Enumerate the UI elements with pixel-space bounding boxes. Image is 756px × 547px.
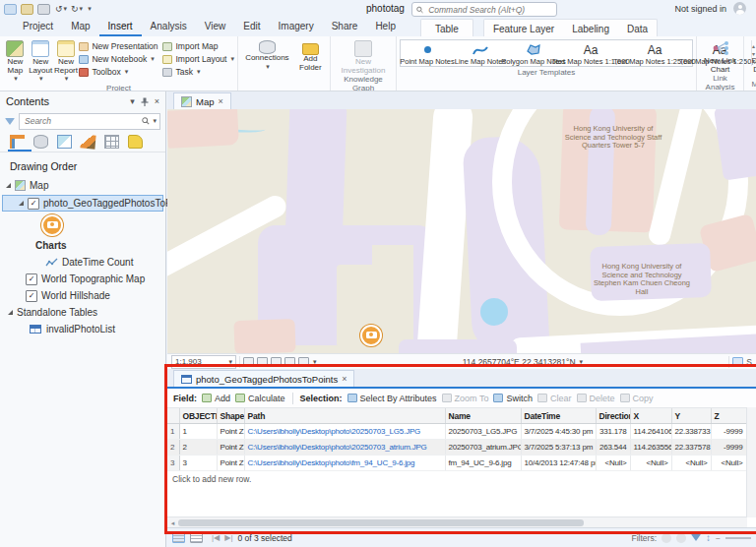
line-map-notes-button[interactable]: Line Map Notes bbox=[454, 40, 507, 66]
open-project-icon[interactable] bbox=[21, 4, 33, 15]
tab-feature-layer[interactable]: Feature Layer bbox=[484, 22, 563, 34]
toc-item-world-topographic-map[interactable]: ✓ World Topographic Map bbox=[0, 271, 165, 287]
col-name[interactable]: Name bbox=[445, 408, 521, 424]
list-by-selection-icon[interactable] bbox=[57, 135, 72, 149]
map-view-tab[interactable]: Map × bbox=[173, 92, 231, 109]
photo-path-link[interactable]: C:\Users\lbholly\Desktop\photo\20250703_… bbox=[244, 424, 445, 440]
toc-item-map[interactable]: Map bbox=[0, 177, 165, 194]
tab-analysis[interactable]: Analysis bbox=[142, 17, 196, 36]
search-options-chevron-icon[interactable]: ▾ bbox=[153, 117, 157, 125]
customize-quick-access-icon[interactable]: ▾ bbox=[88, 5, 92, 13]
col-direction[interactable]: Direction bbox=[596, 408, 630, 424]
pane-menu-chevron-icon[interactable]: ▾ bbox=[130, 96, 135, 106]
tab-help[interactable]: Help bbox=[366, 17, 405, 36]
filter-funnel-icon[interactable] bbox=[691, 534, 701, 541]
filter-extent-icon[interactable] bbox=[676, 533, 686, 543]
signin-status[interactable]: Not signed in bbox=[674, 4, 726, 14]
toc-item-datetime-count[interactable]: DateTime Count bbox=[0, 254, 165, 271]
open-table-icon[interactable] bbox=[257, 357, 268, 367]
select-by-attributes-button[interactable]: Select By Attributes bbox=[347, 394, 437, 403]
distance-direction-button[interactable]: Distance Direct... bbox=[747, 38, 756, 80]
layer-checkbox[interactable]: ✓ bbox=[26, 274, 37, 285]
coordinates-chevron-icon[interactable]: ▾ bbox=[580, 358, 584, 366]
search-box[interactable]: ▾ bbox=[19, 113, 160, 130]
toc-item-invalidphotolist[interactable]: invalidPhotoList bbox=[0, 321, 165, 337]
crosshair-icon[interactable] bbox=[284, 357, 295, 367]
col-path[interactable]: Path bbox=[244, 408, 445, 424]
point-map-notes-button[interactable]: Point Map Notes bbox=[401, 40, 454, 66]
table-row[interactable]: 2 2 Point Z C:\Users\lbholly\Desktop\pho… bbox=[167, 440, 746, 456]
tab-labeling[interactable]: Labeling bbox=[563, 22, 618, 34]
import-map-button[interactable]: Import Map bbox=[162, 40, 234, 52]
list-by-snapping-icon[interactable] bbox=[104, 135, 119, 149]
new-report-button[interactable]: New Report▾ bbox=[54, 38, 79, 84]
row-selector-header[interactable] bbox=[167, 408, 179, 424]
expander-icon[interactable] bbox=[6, 183, 11, 188]
list-by-data-source-icon[interactable] bbox=[33, 135, 48, 149]
table-row[interactable]: 3 3 Point Z C:\Users\lbholly\Desktop\pho… bbox=[167, 456, 746, 471]
search-input[interactable] bbox=[23, 115, 140, 127]
col-shape[interactable]: Shape * bbox=[217, 408, 244, 424]
list-by-drawing-order-icon[interactable] bbox=[10, 135, 25, 149]
statusbar-chevron-icon[interactable]: ▾ bbox=[313, 358, 317, 366]
toolbox-button[interactable]: Toolbox▾ bbox=[79, 66, 158, 78]
command-search[interactable] bbox=[411, 2, 557, 17]
pin-icon[interactable] bbox=[141, 97, 149, 106]
add-grid-icon[interactable] bbox=[243, 357, 254, 367]
vertical-scrollbar[interactable] bbox=[746, 407, 756, 517]
close-icon[interactable]: × bbox=[218, 96, 222, 106]
save-project-icon[interactable] bbox=[4, 4, 17, 15]
north-arrow-icon[interactable] bbox=[298, 357, 309, 367]
map-scale-select[interactable]: 1:1,903▾ bbox=[171, 355, 236, 369]
new-presentation-button[interactable]: New Presentation bbox=[79, 40, 158, 52]
zoom-to-button[interactable]: Zoom To bbox=[442, 394, 489, 403]
col-y[interactable]: Y bbox=[671, 408, 711, 424]
tab-edit[interactable]: Edit bbox=[234, 17, 269, 36]
tab-map[interactable]: Map bbox=[62, 17, 98, 36]
scroll-left-icon[interactable]: ◂ bbox=[167, 519, 178, 527]
tab-imagery[interactable]: Imagery bbox=[270, 17, 323, 36]
toc-item-world-hillshade[interactable]: ✓ World Hillshade bbox=[0, 287, 165, 304]
new-investigation-button[interactable]: New Investigation bbox=[334, 38, 393, 75]
map-coordinates[interactable]: 114.2657704°E 22.3413281°N bbox=[463, 357, 576, 367]
new-link-chart-button[interactable]: New Link Chart bbox=[700, 38, 740, 74]
add-folder-button[interactable]: Add Folder bbox=[294, 38, 327, 91]
col-datetime[interactable]: DateTime bbox=[521, 408, 596, 424]
task-button[interactable]: Task▾ bbox=[162, 66, 234, 78]
tab-view[interactable]: View bbox=[196, 17, 235, 36]
photo-point-marker[interactable] bbox=[360, 325, 382, 346]
copy-selection-button[interactable]: Copy bbox=[620, 394, 654, 403]
table-view-tab[interactable]: photo_GeoTaggedPhotosToPoints × bbox=[173, 370, 354, 387]
last-record-icon[interactable]: ▶| bbox=[224, 533, 232, 542]
new-map-button[interactable]: New Map▾ bbox=[3, 38, 28, 84]
list-by-editing-icon[interactable] bbox=[80, 134, 95, 149]
col-x[interactable]: X bbox=[630, 408, 671, 424]
tab-project[interactable]: Project bbox=[14, 17, 62, 36]
filter-time-icon[interactable] bbox=[662, 533, 671, 543]
map-canvas[interactable]: Hong Kong University of Science and Tech… bbox=[167, 109, 756, 353]
photo-path-link[interactable]: C:\Users\lbholly\Desktop\photo\fm_94_UC_… bbox=[244, 456, 445, 471]
redo-chevron-icon[interactable]: ▾ bbox=[80, 5, 84, 13]
toc-item-layer-symbol[interactable] bbox=[0, 213, 165, 237]
redo-icon[interactable]: ↻ bbox=[71, 4, 79, 14]
package-icon[interactable] bbox=[37, 4, 50, 15]
close-icon[interactable]: × bbox=[342, 374, 346, 384]
filter-icon[interactable] bbox=[5, 118, 15, 125]
expander-icon[interactable] bbox=[19, 201, 24, 206]
close-pane-icon[interactable]: × bbox=[155, 96, 159, 106]
new-layout-button[interactable]: New Layout▾ bbox=[29, 38, 53, 84]
form-view-icon[interactable] bbox=[190, 532, 203, 543]
clear-selection-button[interactable]: Clear bbox=[537, 394, 572, 403]
selection-tools-icon[interactable] bbox=[732, 357, 743, 367]
connections-button[interactable]: Connections▾ bbox=[241, 38, 293, 91]
tab-insert[interactable]: Insert bbox=[99, 17, 142, 36]
first-record-icon[interactable]: |◀ bbox=[212, 533, 220, 542]
list-by-labeling-icon[interactable] bbox=[128, 135, 143, 149]
undo-chevron-icon[interactable]: ▾ bbox=[64, 5, 68, 13]
import-layout-button[interactable]: Import Layout▾ bbox=[162, 53, 234, 65]
snapping-icon[interactable] bbox=[271, 357, 282, 367]
scrollbar-thumb[interactable] bbox=[178, 519, 584, 526]
table-view-icon[interactable] bbox=[172, 532, 185, 543]
layer-checkbox[interactable]: ✓ bbox=[26, 290, 37, 302]
calculate-field-button[interactable]: Calculate bbox=[235, 394, 285, 403]
